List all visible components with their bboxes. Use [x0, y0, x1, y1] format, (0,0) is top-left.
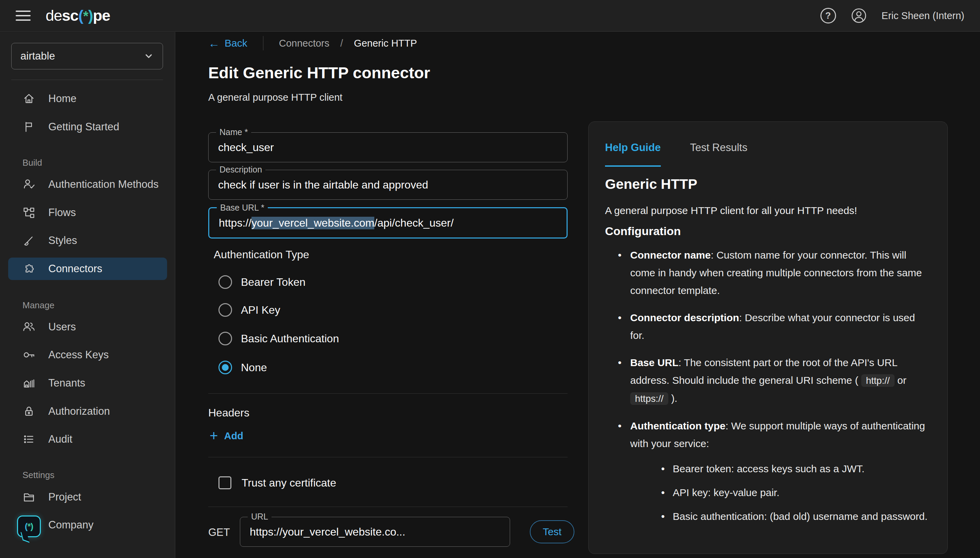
- logo-text: sc: [62, 7, 78, 24]
- page-title: Edit Generic HTTP connector: [208, 63, 430, 82]
- radio-label: Bearer Token: [241, 276, 305, 289]
- app-root: desc(*)pe ? Eric Sheen (Intern) airtable…: [0, 0, 980, 558]
- flow-icon: [22, 205, 36, 220]
- bullet-text: or: [895, 374, 906, 386]
- bullet-term: Connector name: [630, 249, 711, 261]
- sidebar-item-label: Project: [48, 491, 81, 503]
- sidebar-item-access-keys[interactable]: Access Keys: [8, 344, 167, 366]
- logo-mark-icon: *: [83, 8, 88, 24]
- help-sub-bullet: API key: key-value pair.: [673, 484, 931, 501]
- sidebar-item-label: Tenants: [48, 377, 85, 389]
- help-bullet: Authentication type: We support multiple…: [630, 417, 931, 525]
- sidebar-item-authorization[interactable]: Authorization: [8, 400, 167, 423]
- divider: [208, 393, 568, 394]
- sidebar: airtable Home Getting Started Build Auth…: [0, 32, 175, 558]
- radio-none[interactable]: None: [218, 360, 267, 375]
- sidebar-section-build: Build: [23, 158, 42, 168]
- back-label: Back: [225, 38, 247, 49]
- http-method-label: GET: [208, 526, 230, 538]
- sidebar-item-flows[interactable]: Flows: [8, 202, 167, 224]
- help-glyph: ?: [825, 11, 831, 21]
- sidebar-divider: [11, 80, 163, 80]
- sidebar-item-label: Styles: [48, 235, 77, 247]
- checkbox-label: Trust any certificate: [241, 477, 336, 489]
- sidebar-item-connectors[interactable]: Connectors: [8, 258, 167, 280]
- bullet-text: ).: [668, 393, 678, 404]
- radio-label: None: [241, 361, 267, 374]
- checkbox-icon: [218, 476, 231, 489]
- page-subtitle: A general purpose HTTP client: [208, 92, 342, 103]
- sidebar-item-styles[interactable]: Styles: [8, 229, 167, 252]
- tab-test-results[interactable]: Test Results: [690, 141, 748, 167]
- sidebar-item-getting-started[interactable]: Getting Started: [8, 116, 167, 138]
- help-bullet-list: Connector name: Custom name for your con…: [589, 246, 947, 534]
- sidebar-item-label: Access Keys: [48, 349, 108, 361]
- sidebar-item-home[interactable]: Home: [8, 87, 167, 110]
- sidebar-item-label: Users: [48, 321, 76, 333]
- sidebar-item-tenants[interactable]: Tenants: [8, 372, 167, 394]
- base-url-value-post: /api/check_user/: [374, 217, 454, 229]
- add-header-button[interactable]: + Add: [210, 429, 243, 443]
- sidebar-item-authentication-methods[interactable]: Authentication Methods: [8, 173, 167, 195]
- folder-icon: [22, 490, 36, 504]
- flag-icon: [22, 120, 36, 134]
- radio-selected-icon: [218, 361, 232, 374]
- base-url-value-selected: your_vercel_website.com: [251, 217, 374, 229]
- help-title: Generic HTTP: [605, 176, 697, 192]
- chat-descope-logo-icon: (*): [25, 521, 33, 532]
- tab-help-guide[interactable]: Help Guide: [605, 141, 661, 167]
- brush-icon: [22, 233, 36, 248]
- sidebar-section-manage: Manage: [23, 300, 54, 311]
- test-url-value: https://your_vercel_website.co...: [250, 526, 405, 538]
- sidebar-item-label: Authentication Methods: [48, 178, 159, 190]
- project-select[interactable]: airtable: [11, 43, 163, 69]
- description-field-value: check if user is in the airtable and app…: [218, 179, 428, 191]
- bullet-term: Authentication type: [630, 420, 726, 432]
- lock-icon: [22, 404, 36, 419]
- code-chip: https://: [630, 392, 668, 405]
- base-url-value-pre: https://: [219, 217, 251, 229]
- auth-type-label: Authentication Type: [214, 248, 309, 261]
- username[interactable]: Eric Sheen (Intern): [882, 10, 964, 21]
- sidebar-item-audit[interactable]: Audit: [8, 428, 167, 450]
- help-bullet: Base URL: The consistent part or the roo…: [630, 354, 931, 408]
- test-url-field[interactable]: URL https://your_vercel_website.co...: [240, 517, 510, 547]
- radio-bearer-token[interactable]: Bearer Token: [218, 274, 305, 290]
- person-check-icon: [22, 177, 36, 192]
- test-button[interactable]: Test: [530, 520, 575, 543]
- description-field[interactable]: Description check if user is in the airt…: [208, 170, 568, 200]
- sidebar-item-project[interactable]: Project: [8, 486, 167, 508]
- divider: [208, 457, 568, 457]
- users-icon: [22, 320, 36, 334]
- help-panel: Help Guide Test Results Generic HTTP A g…: [588, 121, 948, 554]
- breadcrumb-divider: [263, 36, 263, 50]
- headers-title: Headers: [208, 407, 250, 419]
- arrow-left-icon: ←: [208, 37, 220, 50]
- menu-icon[interactable]: [16, 11, 31, 21]
- radio-basic-authentication[interactable]: Basic Authentication: [218, 331, 339, 346]
- buildings-icon: [22, 376, 36, 390]
- bullet-term: Base URL: [630, 357, 678, 368]
- help-tabs: Help Guide Test Results: [605, 141, 747, 167]
- sidebar-item-users[interactable]: Users: [8, 316, 167, 338]
- help-intro: A general purpose HTTP client for all yo…: [605, 205, 857, 217]
- account-icon[interactable]: [851, 8, 867, 23]
- name-field[interactable]: Name * check_user: [208, 132, 568, 162]
- test-button-label: Test: [543, 526, 561, 538]
- topbar-actions: ? Eric Sheen (Intern): [821, 8, 964, 23]
- trust-certificate-checkbox[interactable]: Trust any certificate: [218, 475, 336, 490]
- radio-api-key[interactable]: API Key: [218, 302, 281, 317]
- breadcrumb: ← Back Connectors / Generic HTTP: [208, 35, 417, 51]
- chat-launcher-button[interactable]: (*): [17, 515, 41, 537]
- project-select-value: airtable: [20, 50, 55, 62]
- sidebar-item-label: Flows: [48, 207, 76, 219]
- logo-mark-icon: (: [78, 7, 83, 24]
- base-url-field[interactable]: Base URL * https://your_vercel_website.c…: [208, 207, 568, 238]
- puzzle-icon: [22, 262, 36, 276]
- sidebar-item-label: Connectors: [48, 263, 102, 275]
- plus-icon: +: [210, 429, 218, 443]
- help-icon[interactable]: ?: [821, 8, 836, 23]
- help-bullet: Connector name: Custom name for your con…: [630, 246, 931, 299]
- back-button[interactable]: ← Back: [208, 37, 247, 50]
- breadcrumb-connectors[interactable]: Connectors: [279, 38, 329, 49]
